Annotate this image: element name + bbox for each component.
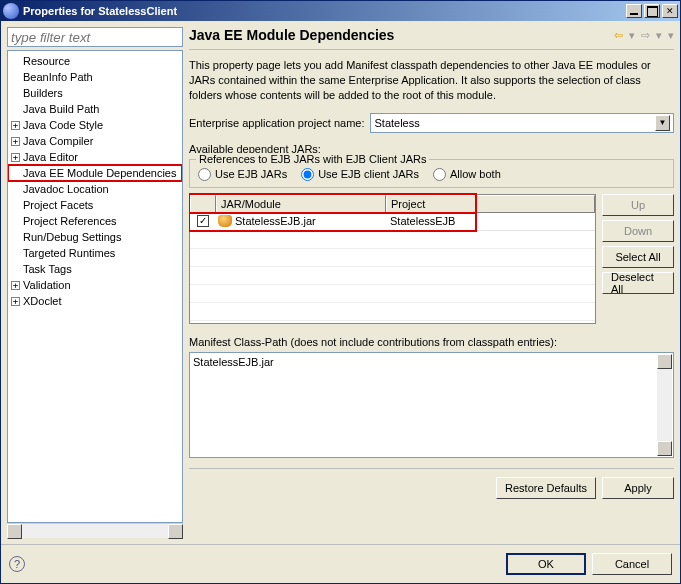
classpath-textarea[interactable]: StatelessEJB.jar bbox=[189, 352, 674, 458]
ok-button[interactable]: OK bbox=[506, 553, 586, 575]
properties-dialog: Properties for StatelessClient ResourceB… bbox=[0, 0, 681, 584]
restore-defaults-button[interactable]: Restore Defaults bbox=[496, 477, 596, 499]
tree-item-label: Java Editor bbox=[23, 151, 78, 163]
expand-icon[interactable]: + bbox=[11, 297, 20, 306]
row-checkbox[interactable]: ✓ bbox=[197, 215, 209, 227]
radio-use-ejb-client-jars[interactable]: Use EJB client JARs bbox=[301, 168, 419, 181]
tree-item-label: Run/Debug Settings bbox=[23, 231, 121, 243]
tree-item-label: Resource bbox=[23, 55, 70, 67]
category-tree[interactable]: ResourceBeanInfo PathBuildersJava Build … bbox=[7, 50, 183, 523]
tree-item-label: Targeted Runtimes bbox=[23, 247, 115, 259]
tree-item-label: Java Build Path bbox=[23, 103, 99, 115]
tree-item[interactable]: BeanInfo Path bbox=[8, 69, 182, 85]
table-row bbox=[190, 303, 595, 321]
tree-item[interactable]: Project References bbox=[8, 213, 182, 229]
apply-button[interactable]: Apply bbox=[602, 477, 674, 499]
tree-item[interactable]: Task Tags bbox=[8, 261, 182, 277]
up-button[interactable]: Up bbox=[602, 194, 674, 216]
expand-icon[interactable]: + bbox=[11, 153, 20, 162]
filter-input[interactable] bbox=[7, 27, 183, 47]
eclipse-icon bbox=[3, 3, 19, 19]
dropdown-icon[interactable]: ▾ bbox=[656, 29, 662, 42]
scroll-down-button[interactable] bbox=[657, 441, 672, 456]
classpath-value: StatelessEJB.jar bbox=[193, 356, 274, 368]
column-checkbox[interactable] bbox=[190, 195, 216, 213]
module-name: StatelessEJB.jar bbox=[235, 215, 316, 227]
classpath-vscrollbar[interactable] bbox=[657, 354, 672, 456]
tree-item[interactable]: Java EE Module Dependencies bbox=[8, 165, 182, 181]
expand-icon[interactable]: + bbox=[11, 137, 20, 146]
table-row bbox=[190, 267, 595, 285]
back-icon[interactable]: ⇦ bbox=[614, 29, 623, 42]
project-name: StatelessEJB bbox=[386, 215, 595, 227]
tree-item[interactable]: Builders bbox=[8, 85, 182, 101]
tree-item-label: Project Facets bbox=[23, 199, 93, 211]
tree-item-label: XDoclet bbox=[23, 295, 62, 307]
tree-item[interactable]: +XDoclet bbox=[8, 293, 182, 309]
table-row bbox=[190, 249, 595, 267]
ejb-reference-group: References to EJB JARs with EJB Client J… bbox=[189, 159, 674, 188]
table-row bbox=[190, 285, 595, 303]
tree-item[interactable]: +Validation bbox=[8, 277, 182, 293]
page-pane: Java EE Module Dependencies ⇦ ▾ ⇨ ▾ ▾ Th… bbox=[189, 27, 674, 538]
tree-item-label: Java EE Module Dependencies bbox=[23, 167, 176, 179]
column-project[interactable]: Project bbox=[386, 195, 595, 213]
project-label: Enterprise application project name: bbox=[189, 117, 364, 129]
jar-icon bbox=[218, 215, 232, 227]
select-all-button[interactable]: Select All bbox=[602, 246, 674, 268]
tree-item-label: BeanInfo Path bbox=[23, 71, 93, 83]
group-legend: References to EJB JARs with EJB Client J… bbox=[196, 153, 429, 165]
project-value: Stateless bbox=[374, 117, 419, 129]
tree-item-label: Builders bbox=[23, 87, 63, 99]
tree-item[interactable]: Javadoc Location bbox=[8, 181, 182, 197]
tree-item[interactable]: Java Build Path bbox=[8, 101, 182, 117]
tree-item[interactable]: +Java Editor bbox=[8, 149, 182, 165]
tree-item[interactable]: Run/Debug Settings bbox=[8, 229, 182, 245]
help-icon[interactable]: ? bbox=[9, 556, 25, 572]
tree-item-label: Task Tags bbox=[23, 263, 72, 275]
scroll-left-button[interactable] bbox=[7, 524, 22, 539]
radio-use-ejb-jars[interactable]: Use EJB JARs bbox=[198, 168, 287, 181]
tree-item[interactable]: +Java Compiler bbox=[8, 133, 182, 149]
tree-item-label: Javadoc Location bbox=[23, 183, 109, 195]
category-pane: ResourceBeanInfo PathBuildersJava Build … bbox=[7, 27, 183, 538]
down-button[interactable]: Down bbox=[602, 220, 674, 242]
forward-icon[interactable]: ⇨ bbox=[641, 29, 650, 42]
close-button[interactable] bbox=[662, 4, 678, 18]
radio-allow-both[interactable]: Allow both bbox=[433, 168, 501, 181]
dropdown-icon[interactable]: ▾ bbox=[629, 29, 635, 42]
cancel-button[interactable]: Cancel bbox=[592, 553, 672, 575]
tree-item[interactable]: +Java Code Style bbox=[8, 117, 182, 133]
tree-item[interactable]: Targeted Runtimes bbox=[8, 245, 182, 261]
page-description: This property page lets you add Manifest… bbox=[189, 58, 674, 103]
table-row bbox=[190, 231, 595, 249]
minimize-button[interactable] bbox=[626, 4, 642, 18]
tree-item-label: Validation bbox=[23, 279, 71, 291]
scroll-right-button[interactable] bbox=[168, 524, 183, 539]
expand-icon[interactable]: + bbox=[11, 281, 20, 290]
expand-icon[interactable]: + bbox=[11, 121, 20, 130]
tree-item[interactable]: Resource bbox=[8, 53, 182, 69]
scroll-up-button[interactable] bbox=[657, 354, 672, 369]
window-title: Properties for StatelessClient bbox=[23, 5, 624, 17]
chevron-down-icon[interactable]: ▼ bbox=[655, 115, 670, 131]
page-nav: ⇦ ▾ ⇨ ▾ ▾ bbox=[614, 29, 674, 42]
page-title: Java EE Module Dependencies bbox=[189, 27, 614, 43]
scroll-track[interactable] bbox=[22, 524, 168, 538]
deselect-all-button[interactable]: Deselect All bbox=[602, 272, 674, 294]
project-combo[interactable]: Stateless ▼ bbox=[370, 113, 674, 133]
titlebar[interactable]: Properties for StatelessClient bbox=[1, 1, 680, 21]
jar-table[interactable]: JAR/Module Project ✓StatelessEJB.jarStat… bbox=[189, 194, 596, 324]
column-module[interactable]: JAR/Module bbox=[216, 195, 386, 213]
tree-item[interactable]: Project Facets bbox=[8, 197, 182, 213]
menu-icon[interactable]: ▾ bbox=[668, 29, 674, 42]
classpath-label: Manifest Class-Path (does not include co… bbox=[189, 336, 674, 348]
tree-item-label: Java Code Style bbox=[23, 119, 103, 131]
tree-item-label: Project References bbox=[23, 215, 117, 227]
scroll-track[interactable] bbox=[657, 369, 672, 441]
tree-item-label: Java Compiler bbox=[23, 135, 93, 147]
maximize-button[interactable] bbox=[644, 4, 660, 18]
tree-hscrollbar[interactable] bbox=[7, 523, 183, 538]
table-row[interactable]: ✓StatelessEJB.jarStatelessEJB bbox=[190, 213, 595, 231]
